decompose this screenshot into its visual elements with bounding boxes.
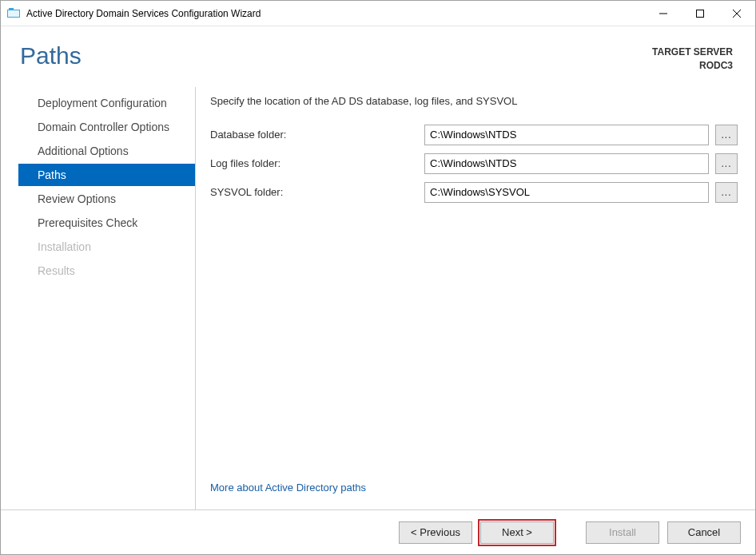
step-installation: Installation bbox=[18, 236, 195, 258]
database-folder-browse-button[interactable]: ... bbox=[715, 125, 738, 145]
log-files-folder-input[interactable] bbox=[424, 153, 709, 174]
step-review-options[interactable]: Review Options bbox=[18, 188, 195, 210]
log-files-folder-label: Log files folder: bbox=[210, 157, 424, 169]
window-controls bbox=[645, 1, 755, 26]
database-folder-input[interactable] bbox=[424, 125, 709, 145]
titlebar: Active Directory Domain Services Configu… bbox=[1, 1, 755, 26]
more-about-paths-link[interactable]: More about Active Directory paths bbox=[210, 482, 738, 494]
install-button: Install bbox=[586, 521, 659, 544]
content-panel: Specify the location of the AD DS databa… bbox=[196, 87, 738, 509]
target-server-box: TARGET SERVER RODC3 bbox=[652, 42, 733, 73]
minimize-button[interactable] bbox=[645, 1, 682, 26]
target-server-value: RODC3 bbox=[652, 59, 733, 73]
step-deployment-configuration[interactable]: Deployment Configuration bbox=[18, 92, 195, 114]
database-folder-row: Database folder: ... bbox=[210, 125, 738, 145]
svg-rect-1 bbox=[8, 10, 19, 17]
page-title: Paths bbox=[20, 42, 652, 69]
wizard-steps-sidebar: Deployment Configuration Domain Controll… bbox=[18, 87, 196, 509]
svg-rect-4 bbox=[697, 10, 704, 17]
sysvol-folder-input[interactable] bbox=[424, 182, 709, 203]
target-server-label: TARGET SERVER bbox=[652, 46, 733, 59]
step-results: Results bbox=[18, 260, 195, 282]
step-additional-options[interactable]: Additional Options bbox=[18, 140, 195, 162]
log-files-folder-browse-button[interactable]: ... bbox=[715, 153, 738, 174]
sysvol-folder-browse-button[interactable]: ... bbox=[715, 182, 738, 203]
svg-rect-2 bbox=[9, 8, 14, 10]
close-button[interactable] bbox=[718, 1, 755, 26]
previous-button[interactable]: < Previous bbox=[399, 521, 472, 544]
window-title: Active Directory Domain Services Configu… bbox=[26, 8, 645, 19]
wizard-footer: < Previous Next > Install Cancel bbox=[1, 509, 755, 554]
step-domain-controller-options[interactable]: Domain Controller Options bbox=[18, 116, 195, 138]
sysvol-folder-row: SYSVOL folder: ... bbox=[210, 182, 738, 203]
cancel-button[interactable]: Cancel bbox=[667, 521, 741, 544]
maximize-button[interactable] bbox=[682, 1, 718, 26]
step-paths[interactable]: Paths bbox=[18, 164, 195, 186]
step-prerequisites-check[interactable]: Prerequisites Check bbox=[18, 212, 195, 234]
wizard-body: Deployment Configuration Domain Controll… bbox=[1, 77, 755, 509]
sysvol-folder-label: SYSVOL folder: bbox=[210, 186, 424, 198]
header: Paths TARGET SERVER RODC3 bbox=[1, 26, 755, 77]
next-button[interactable]: Next > bbox=[480, 521, 554, 544]
app-icon bbox=[7, 7, 20, 20]
database-folder-label: Database folder: bbox=[210, 129, 424, 141]
log-files-folder-row: Log files folder: ... bbox=[210, 153, 738, 174]
instruction-text: Specify the location of the AD DS databa… bbox=[210, 95, 738, 107]
